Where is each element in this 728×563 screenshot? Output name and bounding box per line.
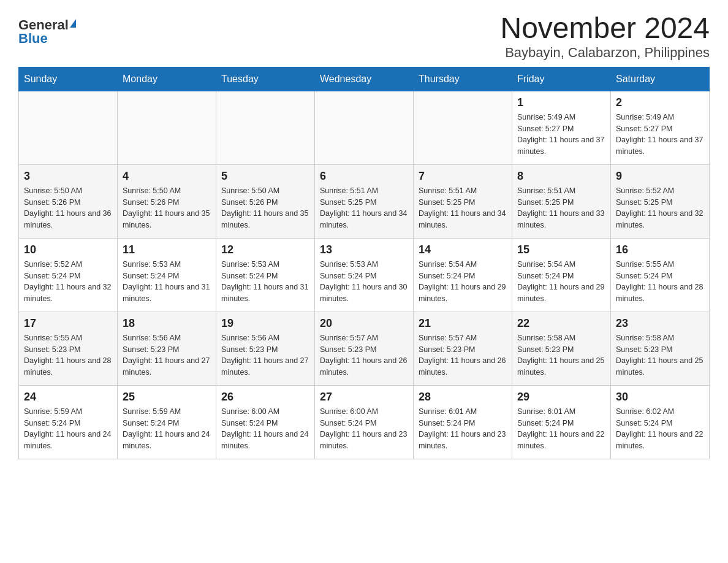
day-info: Sunrise: 5:56 AMSunset: 5:23 PMDaylight:…: [123, 334, 210, 377]
table-row: 27Sunrise: 6:00 AMSunset: 5:24 PMDayligh…: [315, 385, 414, 459]
day-number: 4: [123, 170, 211, 183]
day-info: Sunrise: 5:51 AMSunset: 5:25 PMDaylight:…: [517, 186, 604, 229]
header-monday: Monday: [118, 67, 216, 91]
day-number: 20: [320, 317, 408, 330]
day-info: Sunrise: 6:01 AMSunset: 5:24 PMDaylight:…: [517, 407, 604, 450]
table-row: 23Sunrise: 5:58 AMSunset: 5:23 PMDayligh…: [611, 312, 710, 385]
day-info: Sunrise: 5:52 AMSunset: 5:24 PMDaylight:…: [24, 260, 111, 303]
day-info: Sunrise: 5:54 AMSunset: 5:24 PMDaylight:…: [517, 260, 604, 303]
title-block: November 2024 Baybayin, Calabarzon, Phil…: [500, 12, 710, 61]
table-row: 25Sunrise: 5:59 AMSunset: 5:24 PMDayligh…: [118, 385, 216, 459]
table-row: 17Sunrise: 5:55 AMSunset: 5:23 PMDayligh…: [19, 312, 118, 385]
calendar-week-row: 10Sunrise: 5:52 AMSunset: 5:24 PMDayligh…: [19, 238, 710, 312]
table-row: 8Sunrise: 5:51 AMSunset: 5:25 PMDaylight…: [512, 164, 611, 238]
day-number: 22: [517, 317, 605, 330]
day-info: Sunrise: 5:58 AMSunset: 5:23 PMDaylight:…: [517, 334, 604, 377]
day-number: 27: [320, 391, 408, 404]
table-row: 12Sunrise: 5:53 AMSunset: 5:24 PMDayligh…: [216, 238, 315, 312]
table-row: 5Sunrise: 5:50 AMSunset: 5:26 PMDaylight…: [216, 164, 315, 238]
table-row: 7Sunrise: 5:51 AMSunset: 5:25 PMDaylight…: [414, 164, 512, 238]
page-title: November 2024: [500, 12, 710, 45]
day-info: Sunrise: 6:02 AMSunset: 5:24 PMDaylight:…: [616, 407, 703, 450]
day-number: 17: [24, 317, 112, 330]
day-number: 1: [517, 96, 605, 109]
calendar-week-row: 17Sunrise: 5:55 AMSunset: 5:23 PMDayligh…: [19, 312, 710, 385]
table-row: 2Sunrise: 5:49 AMSunset: 5:27 PMDaylight…: [611, 91, 710, 164]
day-info: Sunrise: 5:49 AMSunset: 5:27 PMDaylight:…: [616, 113, 703, 156]
table-row: [118, 91, 216, 164]
day-number: 30: [616, 391, 704, 404]
table-row: [315, 91, 414, 164]
calendar-header-row: Sunday Monday Tuesday Wednesday Thursday…: [19, 67, 710, 91]
table-row: 29Sunrise: 6:01 AMSunset: 5:24 PMDayligh…: [512, 385, 611, 459]
day-number: 13: [320, 243, 408, 256]
table-row: 16Sunrise: 5:55 AMSunset: 5:24 PMDayligh…: [611, 238, 710, 312]
calendar-table: Sunday Monday Tuesday Wednesday Thursday…: [18, 67, 710, 459]
table-row: 30Sunrise: 6:02 AMSunset: 5:24 PMDayligh…: [611, 385, 710, 459]
day-info: Sunrise: 5:52 AMSunset: 5:25 PMDaylight:…: [616, 186, 703, 229]
table-row: 19Sunrise: 5:56 AMSunset: 5:23 PMDayligh…: [216, 312, 315, 385]
table-row: 13Sunrise: 5:53 AMSunset: 5:24 PMDayligh…: [315, 238, 414, 312]
table-row: 6Sunrise: 5:51 AMSunset: 5:25 PMDaylight…: [315, 164, 414, 238]
table-row: 24Sunrise: 5:59 AMSunset: 5:24 PMDayligh…: [19, 385, 118, 459]
day-info: Sunrise: 5:55 AMSunset: 5:23 PMDaylight:…: [24, 334, 111, 377]
table-row: 22Sunrise: 5:58 AMSunset: 5:23 PMDayligh…: [512, 312, 611, 385]
day-info: Sunrise: 5:51 AMSunset: 5:25 PMDaylight:…: [320, 186, 407, 229]
header-sunday: Sunday: [19, 67, 118, 91]
day-number: 29: [517, 391, 605, 404]
day-number: 10: [24, 243, 112, 256]
day-number: 7: [419, 170, 507, 183]
day-info: Sunrise: 5:50 AMSunset: 5:26 PMDaylight:…: [24, 186, 111, 229]
table-row: 26Sunrise: 6:00 AMSunset: 5:24 PMDayligh…: [216, 385, 315, 459]
day-number: 19: [221, 317, 309, 330]
day-number: 28: [419, 391, 507, 404]
day-info: Sunrise: 5:59 AMSunset: 5:24 PMDaylight:…: [24, 407, 111, 450]
table-row: 3Sunrise: 5:50 AMSunset: 5:26 PMDaylight…: [19, 164, 118, 238]
day-number: 11: [123, 243, 211, 256]
table-row: 1Sunrise: 5:49 AMSunset: 5:27 PMDaylight…: [512, 91, 611, 164]
header-tuesday: Tuesday: [216, 67, 315, 91]
calendar-week-row: 1Sunrise: 5:49 AMSunset: 5:27 PMDaylight…: [19, 91, 710, 164]
header-thursday: Thursday: [414, 67, 512, 91]
day-number: 15: [517, 243, 605, 256]
day-number: 9: [616, 170, 704, 183]
day-info: Sunrise: 5:57 AMSunset: 5:23 PMDaylight:…: [419, 334, 506, 377]
table-row: 10Sunrise: 5:52 AMSunset: 5:24 PMDayligh…: [19, 238, 118, 312]
day-info: Sunrise: 5:50 AMSunset: 5:26 PMDaylight:…: [221, 186, 308, 229]
table-row: [19, 91, 118, 164]
day-info: Sunrise: 5:59 AMSunset: 5:24 PMDaylight:…: [123, 407, 210, 450]
logo-general-text: General: [18, 18, 69, 32]
header-friday: Friday: [512, 67, 611, 91]
day-number: 3: [24, 170, 112, 183]
day-number: 16: [616, 243, 704, 256]
table-row: [414, 91, 512, 164]
page-subtitle: Baybayin, Calabarzon, Philippines: [500, 45, 710, 61]
day-info: Sunrise: 5:51 AMSunset: 5:25 PMDaylight:…: [419, 186, 506, 229]
header-wednesday: Wednesday: [315, 67, 414, 91]
day-number: 2: [616, 96, 704, 109]
day-number: 26: [221, 391, 309, 404]
calendar-week-row: 3Sunrise: 5:50 AMSunset: 5:26 PMDaylight…: [19, 164, 710, 238]
logo: General Blue: [18, 18, 76, 45]
table-row: 9Sunrise: 5:52 AMSunset: 5:25 PMDaylight…: [611, 164, 710, 238]
day-info: Sunrise: 5:56 AMSunset: 5:23 PMDaylight:…: [221, 334, 308, 377]
logo-triangle-icon: [70, 19, 76, 28]
table-row: 4Sunrise: 5:50 AMSunset: 5:26 PMDaylight…: [118, 164, 216, 238]
calendar-week-row: 24Sunrise: 5:59 AMSunset: 5:24 PMDayligh…: [19, 385, 710, 459]
day-info: Sunrise: 5:55 AMSunset: 5:24 PMDaylight:…: [616, 260, 703, 303]
day-info: Sunrise: 5:49 AMSunset: 5:27 PMDaylight:…: [517, 113, 604, 156]
table-row: 18Sunrise: 5:56 AMSunset: 5:23 PMDayligh…: [118, 312, 216, 385]
day-number: 23: [616, 317, 704, 330]
day-info: Sunrise: 6:00 AMSunset: 5:24 PMDaylight:…: [221, 407, 308, 450]
day-info: Sunrise: 5:53 AMSunset: 5:24 PMDaylight:…: [320, 260, 407, 303]
day-info: Sunrise: 5:50 AMSunset: 5:26 PMDaylight:…: [123, 186, 210, 229]
day-info: Sunrise: 5:58 AMSunset: 5:23 PMDaylight:…: [616, 334, 703, 377]
day-number: 6: [320, 170, 408, 183]
table-row: 21Sunrise: 5:57 AMSunset: 5:23 PMDayligh…: [414, 312, 512, 385]
table-row: 14Sunrise: 5:54 AMSunset: 5:24 PMDayligh…: [414, 238, 512, 312]
day-number: 21: [419, 317, 507, 330]
day-number: 18: [123, 317, 211, 330]
day-number: 14: [419, 243, 507, 256]
header-saturday: Saturday: [611, 67, 710, 91]
day-info: Sunrise: 6:00 AMSunset: 5:24 PMDaylight:…: [320, 407, 407, 450]
